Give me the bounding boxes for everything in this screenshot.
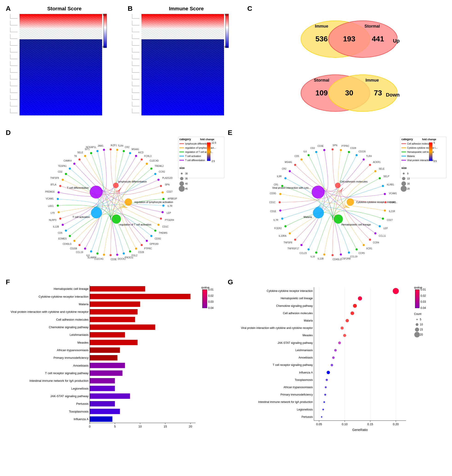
heatmap-b [131, 12, 230, 117]
svg-point-155 [355, 154, 358, 156]
svg-point-88 [57, 204, 59, 207]
svg-text:GPR183: GPR183 [150, 243, 159, 245]
svg-point-26 [146, 163, 148, 165]
svg-text:CD27: CD27 [166, 190, 173, 193]
svg-point-48 [154, 229, 156, 232]
svg-text:PTPRC: PTPRC [342, 145, 349, 147]
svg-point-151 [340, 149, 342, 151]
venn-down-left-num: 109 [315, 89, 328, 97]
svg-text:AICD: AICD [138, 151, 144, 154]
svg-point-70 [90, 250, 92, 253]
svg-rect-136 [207, 143, 211, 161]
svg-point-6 [125, 198, 132, 206]
svg-point-161 [374, 170, 377, 172]
venn-up-immue-label: Immue [315, 24, 328, 28]
svg-text:CCR5: CCR5 [358, 252, 365, 254]
svg-text:FCER2: FCER2 [274, 227, 282, 230]
svg-point-1 [328, 21, 398, 58]
svg-point-36 [161, 191, 164, 194]
svg-text:45: 45 [185, 188, 188, 190]
svg-text:ACKR1: ACKR1 [373, 161, 381, 163]
svg-point-191 [323, 253, 326, 256]
svg-point-179 [369, 239, 371, 241]
svg-point-157 [363, 158, 365, 161]
svg-point-223 [307, 154, 310, 156]
svg-text:IL9R: IL9R [277, 175, 282, 178]
svg-text:Viral protein interaction with: Viral protein interaction with cyto... [272, 186, 311, 189]
svg-text:9: 9 [407, 172, 409, 175]
svg-text:T cell differentiation: T cell differentiation [185, 159, 205, 162]
svg-point-20 [129, 152, 131, 154]
svg-point-80 [65, 229, 67, 232]
svg-text:KLRB1: KLRB1 [387, 183, 394, 186]
svg-text:IL7R: IL7R [273, 219, 278, 221]
svg-point-8 [112, 215, 121, 224]
svg-text:PTGER4: PTGER4 [165, 219, 174, 221]
svg-point-183 [355, 248, 358, 251]
svg-point-30 [154, 173, 156, 175]
svg-text:CR2: CR2 [282, 168, 286, 170]
svg-text:2.5: 2.5 [212, 160, 215, 163]
svg-text:T cell differentiation: T cell differentiation [67, 186, 89, 189]
svg-text:Malaria: Malaria [407, 155, 415, 157]
svg-point-68 [96, 252, 99, 255]
svg-point-139 [335, 183, 341, 188]
svg-text:CCL11: CCL11 [379, 235, 386, 237]
svg-point-244 [402, 177, 405, 180]
venn-up-storml-label: Stormal [364, 24, 380, 28]
svg-point-205 [281, 217, 283, 220]
svg-point-46 [157, 224, 160, 226]
svg-text:VCAM1: VCAM1 [46, 197, 54, 200]
svg-point-141 [347, 198, 354, 206]
svg-text:CD40LG: CD40LG [63, 243, 72, 245]
svg-text:CD1E: CD1E [270, 210, 276, 213]
svg-point-100 [69, 167, 71, 170]
svg-text:LEP: LEP [383, 227, 388, 230]
svg-text:5: 5 [434, 142, 435, 144]
svg-point-84 [59, 217, 61, 220]
svg-point-78 [69, 235, 71, 237]
svg-point-171 [384, 209, 386, 212]
svg-point-197 [300, 244, 303, 246]
svg-point-213 [281, 185, 283, 187]
svg-point-22 [135, 155, 137, 157]
svg-text:SELP: SELP [383, 175, 389, 178]
venn-down-right-num: 73 [374, 89, 382, 97]
svg-text:Cell adhesion molecules: Cell adhesion molecules [340, 180, 368, 183]
svg-point-159 [369, 164, 371, 166]
svg-text:MS4A1: MS4A1 [132, 148, 139, 150]
svg-point-181 [363, 244, 365, 246]
svg-text:CD5: CD5 [294, 155, 299, 157]
svg-point-153 [348, 151, 350, 153]
svg-text:CD3E: CD3E [317, 145, 324, 147]
svg-text:CD2: CD2 [58, 170, 62, 173]
svg-text:CD27: CD27 [387, 219, 393, 221]
svg-text:IL16: IL16 [311, 255, 315, 258]
svg-point-98 [65, 173, 67, 175]
panel-b-title: Immune Score [126, 5, 246, 12]
svg-point-52 [146, 240, 148, 242]
svg-point-62 [116, 254, 119, 256]
panel-c-label: C [247, 5, 252, 13]
svg-point-189 [332, 254, 334, 256]
network-d-svg: lymphocyte differentiationregulation of … [5, 133, 226, 271]
svg-text:regulation of lymphocyte activ: regulation of lymphocyte activation [134, 201, 173, 203]
svg-text:MS4A1: MS4A1 [285, 161, 292, 163]
svg-text:VCAM1: VCAM1 [389, 192, 397, 195]
svg-point-215 [284, 177, 287, 180]
svg-text:30: 30 [185, 172, 188, 175]
svg-text:CAMK4: CAMK4 [64, 160, 72, 162]
svg-point-50 [150, 235, 153, 237]
bar-chart-f [5, 280, 226, 434]
svg-text:16: 16 [407, 183, 410, 185]
svg-text:SPN: SPN [165, 183, 170, 186]
svg-point-199 [294, 239, 296, 241]
svg-text:SIT1: SIT1 [85, 148, 90, 150]
svg-text:T cell activation: T cell activation [73, 215, 90, 218]
svg-point-28 [150, 167, 153, 170]
svg-point-143 [334, 215, 343, 224]
venn-down-center-num: 30 [345, 89, 353, 97]
svg-text:Hematopoietic cell lineage: Hematopoietic cell lineage [341, 223, 371, 226]
panel-b-label: B [128, 5, 133, 13]
venn-down-diagram: Stormal Immue 109 30 73 [296, 70, 398, 116]
